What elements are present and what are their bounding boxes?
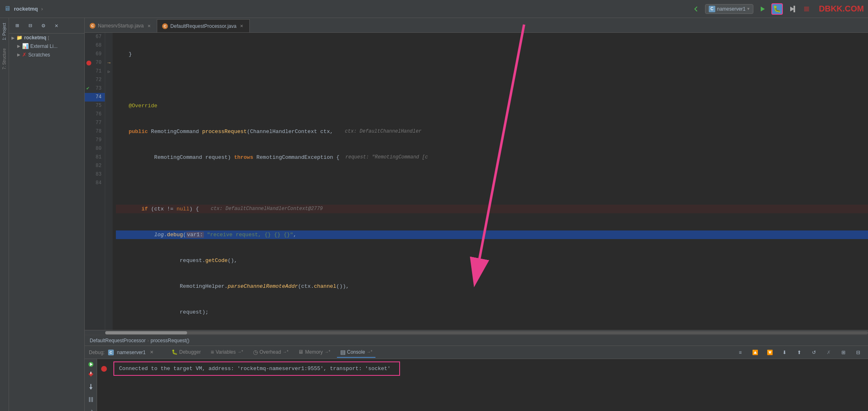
debug-tab-variables[interactable]: ≡ Variables →* [207, 347, 246, 358]
line-num-77: 77 [85, 119, 105, 127]
gutter-82 [105, 162, 113, 170]
console-toolbar-grid2[interactable]: ⊟ [852, 347, 864, 358]
svg-rect-11 [91, 397, 93, 402]
tree-build-badge: [ [48, 36, 49, 40]
console-toolbar-down2[interactable]: ⬇ [779, 347, 790, 358]
code-line-67: } [116, 50, 868, 59]
checkmark-73: ✔ [86, 84, 89, 93]
project-tree: ▶ 📁 rocketmq [ ▶ 📊 External Li... ▶ ✗ Sc… [9, 34, 84, 411]
editor-tab-bar: C NamesrvStartup.java ✕ C DefaultRequest… [85, 18, 868, 33]
run-button[interactable] [757, 3, 768, 15]
tab-close-drp[interactable]: ✕ [239, 23, 244, 29]
tab-close-namesrv[interactable]: ✕ [146, 23, 152, 29]
svg-marker-0 [761, 7, 765, 11]
run-config-box[interactable]: C nameserver1 ▾ [705, 4, 753, 14]
gutter-76 [105, 110, 113, 119]
tree-expand-arrow-ext: ▶ [17, 44, 20, 48]
run-with-coverage-button[interactable] [786, 3, 798, 15]
debug-pause-button[interactable] [87, 396, 95, 405]
debug-tab-overhead[interactable]: ◷ Overhead →* [250, 347, 292, 358]
console-toolbar-filter[interactable]: ✗ [823, 347, 834, 358]
debug-tab-debugger[interactable]: 🐛 Debugger [168, 348, 204, 357]
code-line-70: public RemotingCommand processRequest(Ch… [116, 127, 868, 136]
console-toolbar-reload[interactable]: ↺ [808, 347, 820, 358]
tree-item-external-libs[interactable]: ▶ 📊 External Li... [9, 42, 84, 50]
tab-namesrv-startup[interactable]: C NamesrvStartup.java ✕ [85, 19, 157, 32]
line-num-68: 68 [85, 41, 105, 50]
breadcrumb-class[interactable]: DefaultRequestProcessor [90, 338, 146, 343]
line-num-80: 80 [85, 145, 105, 153]
gutter: → ▷ [105, 33, 113, 330]
debug-tab-memory[interactable]: 🖥 Memory →* [295, 347, 333, 357]
line-num-79: 79 [85, 136, 105, 145]
debug-tab-console[interactable]: ▤ Console →* [337, 347, 376, 358]
console-toolbar-grid[interactable]: ⊞ [838, 347, 849, 358]
debug-session-name[interactable]: nameserver1 [117, 350, 146, 355]
svg-rect-10 [89, 397, 90, 402]
line-num-67: 67 [85, 33, 105, 41]
tab-label-namesrv: NamesrvStartup.java [98, 23, 144, 29]
variables-icon: ≡ [210, 349, 214, 355]
console-toolbar-wrap[interactable]: ≡ [735, 347, 746, 358]
gutter-69 [105, 50, 113, 59]
gutter-83 [105, 170, 113, 179]
sidebar-collapse-btn[interactable]: ⊟ [25, 20, 36, 32]
breadcrumb-method[interactable]: processRequest() [151, 338, 190, 343]
code-line-73: if (ctx != null) { ctx: DefaultChannelHa… [116, 205, 868, 213]
console-toolbar-up[interactable]: 🔼 [749, 347, 761, 358]
sidebar-settings-btn[interactable]: ⚙ [38, 20, 49, 32]
debug-label: Debug: [89, 350, 105, 355]
line-num-83: 83 [85, 170, 105, 179]
stop-button[interactable] [801, 3, 812, 15]
line-num-84: 84 [85, 179, 105, 187]
svg-rect-3 [804, 7, 809, 11]
top-toolbar: 🖥 rocketmq › C nameserver1 ▾ 🐛 DBKK.COM [0, 0, 868, 18]
editor-area: C NamesrvStartup.java ✕ C DefaultRequest… [85, 18, 868, 411]
debug-stop-button[interactable] [87, 370, 95, 380]
tree-expand-arrow: ▶ [11, 36, 15, 40]
debug-session-close[interactable]: ✕ [150, 350, 154, 355]
run-back-button[interactable] [690, 3, 702, 15]
vtab-structure[interactable]: 7: Structure [1, 45, 7, 73]
debug-edit-button[interactable] [88, 409, 94, 411]
debug-active-button[interactable]: 🐛 [771, 3, 783, 15]
sidebar-expand-btn[interactable]: ⊞ [11, 20, 23, 32]
console-toolbar-up2[interactable]: ⬆ [793, 347, 805, 358]
line-num-71: 71 [85, 67, 105, 76]
console-toolbar-down[interactable]: 🔽 [764, 347, 775, 358]
debug-step-button[interactable] [87, 383, 95, 393]
tree-item-scratches[interactable]: ▶ ✗ Scratches [9, 50, 84, 59]
horizontal-scrollbar-track[interactable] [105, 331, 868, 334]
extra-icons: DBKK.COM [819, 4, 864, 14]
tab-default-request-processor[interactable]: C DefaultRequestProcessor.java ✕ [157, 19, 250, 32]
overhead-label: Overhead [260, 349, 281, 355]
horizontal-scrollbar-area[interactable] [85, 330, 868, 335]
debug-resume-button[interactable] [86, 361, 95, 367]
debug-session-header: Debug: C nameserver1 ✕ 🐛 Debugger ≡ Vari… [85, 346, 868, 359]
gutter-74 [105, 93, 113, 102]
folder-icon: 📁 [16, 35, 23, 41]
code-lines[interactable]: } @Override public RemotingCommand proce… [113, 33, 868, 330]
code-line-76: RemotingHelper.parseChannelRemoteAddr(ct… [116, 282, 868, 291]
run-config-name: nameserver1 [717, 6, 746, 12]
vtab-project[interactable]: 1: Project [1, 20, 7, 43]
code-content: 67 68 69 70 71 72 ✔ 73 74 75 76 [85, 33, 868, 330]
debug-arrow-71: ▷ [108, 69, 110, 74]
code-line-75: request.getCode(), [116, 256, 868, 265]
breakpoint-70[interactable] [86, 61, 91, 65]
sidebar-close-btn[interactable]: ✕ [51, 20, 62, 32]
console-connected-message: Connected to the target VM, address: 'ro… [113, 361, 400, 376]
gutter-67 [105, 33, 113, 41]
debugger-icon: 🐛 [172, 349, 178, 355]
code-line-74: log.debug(var1: "receive request, {} {} … [116, 230, 868, 239]
tree-item-rocketmq[interactable]: ▶ 📁 rocketmq [ [9, 34, 84, 42]
tab-icon-namesrv: C [90, 23, 95, 29]
code-editor[interactable]: 67 68 69 70 71 72 ✔ 73 74 75 76 [85, 33, 868, 335]
gutter-80 [105, 145, 113, 153]
tree-expand-arrow-scratch: ▶ [17, 52, 20, 57]
breadcrumb-arrow: › [147, 338, 149, 343]
debug-side-toolbar [85, 359, 97, 411]
project-name: rocketmq [14, 6, 38, 12]
run-config-icon: C [709, 6, 715, 12]
horizontal-scrollbar-thumb[interactable] [105, 331, 187, 334]
